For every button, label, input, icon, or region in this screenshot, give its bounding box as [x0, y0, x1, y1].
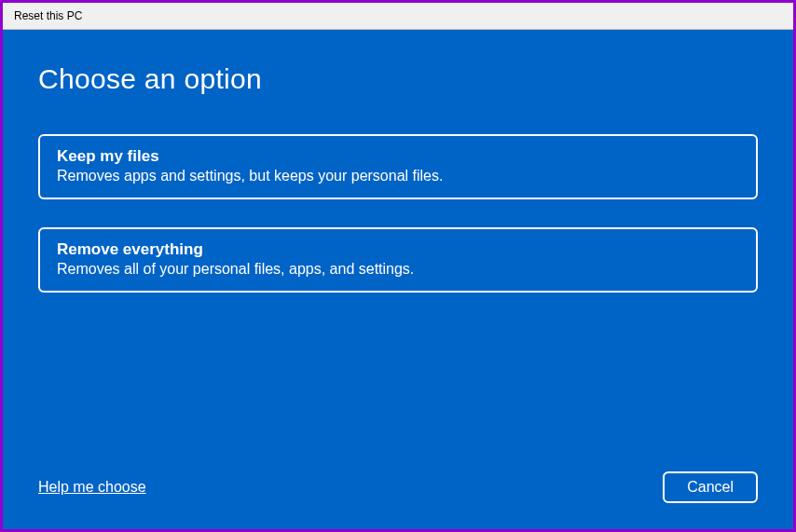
page-heading: Choose an option — [38, 63, 758, 95]
help-me-choose-link[interactable]: Help me choose — [38, 479, 146, 496]
cancel-button[interactable]: Cancel — [663, 471, 758, 503]
option-description: Removes apps and settings, but keeps you… — [57, 168, 739, 184]
window-titlebar: Reset this PC — [3, 3, 793, 30]
option-keep-my-files[interactable]: Keep my files Removes apps and settings,… — [38, 134, 758, 199]
dialog-footer: Help me choose Cancel — [38, 471, 758, 503]
option-title: Keep my files — [57, 147, 739, 166]
option-title: Remove everything — [57, 240, 739, 259]
window-title: Reset this PC — [14, 9, 82, 22]
main-panel: Choose an option Keep my files Removes a… — [3, 30, 793, 529]
option-description: Removes all of your personal files, apps… — [57, 261, 739, 278]
option-remove-everything[interactable]: Remove everything Removes all of your pe… — [38, 227, 758, 293]
